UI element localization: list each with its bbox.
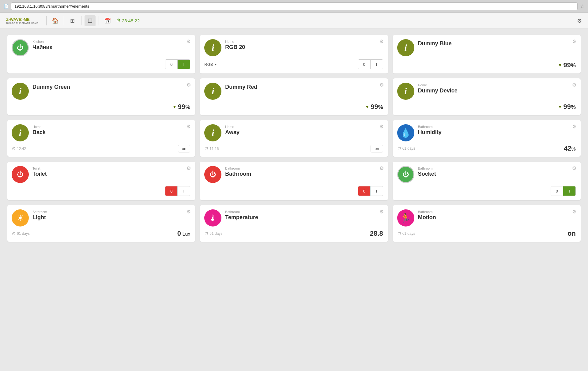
card-header-kitchen-chajnik: ⏻ Kitchen Чайник xyxy=(12,39,190,56)
card-settings-icon-home-back[interactable]: ⚙ xyxy=(187,124,191,129)
toggle-off-toilet-toilet[interactable]: 0 xyxy=(165,186,178,196)
card-settings-icon-dummy-red[interactable]: ⚙ xyxy=(379,82,384,88)
card-name-kitchen-chajnik: Чайник xyxy=(32,44,52,51)
card-footer-dummy-green: ▼ 99% xyxy=(12,103,190,111)
card-value-dummy-red: 99% xyxy=(371,103,383,111)
clock-icon: ⏱ xyxy=(12,231,16,236)
card-header-home-away: i Home Away xyxy=(204,124,383,142)
card-settings-icon-dummy-blue[interactable]: ⚙ xyxy=(572,39,576,44)
card-settings-icon-home-dummy-device[interactable]: ⚙ xyxy=(572,82,576,88)
calendar-nav-icon[interactable]: 📅 xyxy=(102,15,113,26)
card-location-bathroom-temperature: Bathroom xyxy=(225,210,258,214)
card-header-home-back: i Home Back xyxy=(12,124,190,142)
toggle-off-bathroom-socket[interactable]: 0 xyxy=(551,186,563,196)
nav-divider-1 xyxy=(46,16,47,25)
card-header-dummy-blue: i Dummy Blue xyxy=(397,39,576,58)
toggle-group-bathroom-socket[interactable]: 0 I xyxy=(551,186,576,196)
card-info-kitchen-chajnik: Kitchen Чайник xyxy=(32,39,52,51)
card-footer-dummy-red: ▼ 99% xyxy=(204,103,383,111)
logo-sub: BUILDS THE SMART HOME xyxy=(6,22,38,24)
card-icon-bathroom-humidity: 💧 xyxy=(397,124,414,141)
card-name-bathroom-light: Light xyxy=(32,214,47,221)
toggle-group-home-rgb20[interactable]: 0 I xyxy=(358,59,383,69)
card-settings-icon-bathroom-motion[interactable]: ⚙ xyxy=(572,209,576,215)
card-name-bathroom-humidity: Humidity xyxy=(418,129,442,136)
percent-value-dummy-blue: ▼ 99% xyxy=(558,61,576,69)
page-icon: 📄 xyxy=(4,4,9,9)
cards-grid: ⚙ ⏻ Kitchen Чайник 0 I ⚙ i Home RGB 20 xyxy=(7,35,581,242)
card-timestamp-bathroom-light: ⏱ 61 days xyxy=(12,231,30,236)
nav-time: ⏱ 23:48:22 xyxy=(116,18,140,23)
card-kitchen-chajnik: ⚙ ⏻ Kitchen Чайник 0 I xyxy=(7,35,195,73)
clock-icon: ⏱ xyxy=(397,231,401,236)
card-footer-bathroom-humidity: ⏱ 61 days 42% xyxy=(397,144,576,152)
logo: Z-WAVE>ME BUILDS THE SMART HOME xyxy=(6,17,38,24)
toggle-on-home-rgb20[interactable]: I xyxy=(371,60,383,69)
toggle-on-bathroom-bathroom[interactable]: I xyxy=(371,186,383,196)
toggle-off-kitchen-chajnik[interactable]: 0 xyxy=(165,60,178,69)
rgb-select-home-rgb20[interactable]: RGB ▼ xyxy=(204,62,217,67)
card-bathroom-socket: ⚙ ⏻ Bathroom Socket 0 I xyxy=(393,162,581,200)
card-home-away: ⚙ i Home Away ⏱ 11:16 on xyxy=(200,120,388,157)
card-settings-icon-dummy-green[interactable]: ⚙ xyxy=(187,82,191,88)
card-info-bathroom-light: Bathroom Light xyxy=(32,209,47,221)
card-footer-home-away: ⏱ 11:16 on xyxy=(204,145,383,152)
down-arrow-icon: ▼ xyxy=(172,104,177,109)
toggle-off-bathroom-bathroom[interactable]: 0 xyxy=(358,186,371,196)
card-header-home-dummy-device: i Home Dummy Device xyxy=(397,83,576,100)
elements-nav-icon[interactable]: ☐ xyxy=(85,15,96,26)
card-info-bathroom-temperature: Bathroom Temperature xyxy=(225,209,258,221)
on-badge-home-away: on xyxy=(371,145,383,152)
card-settings-icon-bathroom-bathroom[interactable]: ⚙ xyxy=(379,165,384,171)
card-name-bathroom-bathroom: Bathroom xyxy=(225,171,251,177)
card-header-dummy-green: i Dummy Green xyxy=(12,83,190,100)
grid-nav-icon[interactable]: ⊞ xyxy=(67,15,78,26)
toggle-on-kitchen-chajnik[interactable]: I xyxy=(178,60,190,69)
card-settings-icon-bathroom-light[interactable]: ⚙ xyxy=(187,209,191,215)
card-location-bathroom-light: Bathroom xyxy=(32,210,47,214)
card-bathroom-humidity: ⚙ 💧 Bathroom Humidity ⏱ 61 days 42% xyxy=(393,120,581,157)
clock-icon: ⏱ xyxy=(204,231,208,236)
card-dummy-green: ⚙ i Dummy Green ▼ 99% xyxy=(7,78,195,115)
card-value-bathroom-temperature: 28.8 xyxy=(370,230,383,238)
card-footer-bathroom-bathroom: 0 I xyxy=(204,186,383,196)
browser-url-bar[interactable]: 192.168.1.16:8083/smarthome/#/elements xyxy=(11,2,578,10)
card-footer-bathroom-temperature: ⏱ 61 days 28.8 xyxy=(204,230,383,238)
toggle-group-kitchen-chajnik[interactable]: 0 I xyxy=(165,59,190,69)
card-location-home-dummy-device: Home xyxy=(418,83,458,87)
card-info-bathroom-motion: Bathroom Motion xyxy=(418,209,436,221)
card-footer-home-back: ⏱ 12:42 on xyxy=(12,145,190,152)
card-settings-icon-home-away[interactable]: ⚙ xyxy=(379,124,384,129)
toggle-group-bathroom-bathroom[interactable]: 0 I xyxy=(358,186,383,196)
card-bathroom-motion: ⚙ 🏃 Bathroom Motion ⏱ 61 days on xyxy=(393,205,581,242)
card-settings-icon-bathroom-humidity[interactable]: ⚙ xyxy=(572,124,576,129)
card-info-toilet-toilet: Toilet Toilet xyxy=(32,166,47,177)
card-settings-icon-toilet-toilet[interactable]: ⚙ xyxy=(187,165,191,171)
card-settings-icon-home-rgb20[interactable]: ⚙ xyxy=(379,39,384,44)
url-text: 192.168.1.16:8083/smarthome/#/elements xyxy=(14,4,89,9)
card-header-home-rgb20: i Home RGB 20 xyxy=(204,39,383,56)
nav-divider-3 xyxy=(81,16,81,25)
card-info-bathroom-bathroom: Bathroom Bathroom xyxy=(225,166,251,177)
toggle-off-home-rgb20[interactable]: 0 xyxy=(358,60,371,69)
percent-value-dummy-red: ▼ 99% xyxy=(365,103,383,111)
card-settings-icon-kitchen-chajnik[interactable]: ⚙ xyxy=(187,39,191,44)
card-settings-icon-bathroom-socket[interactable]: ⚙ xyxy=(572,165,576,171)
card-footer-dummy-blue: ▼ 99% xyxy=(397,61,576,69)
card-timestamp-bathroom-motion: ⏱ 61 days xyxy=(397,231,415,236)
home-nav-icon[interactable]: 🏠 xyxy=(50,15,61,26)
card-footer-bathroom-motion: ⏱ 61 days on xyxy=(397,230,576,238)
bookmark-icon[interactable]: ☆ xyxy=(580,3,584,9)
card-bathroom-bathroom: ⚙ ⏻ Bathroom Bathroom 0 I xyxy=(200,162,388,200)
card-icon-toilet-toilet: ⏻ xyxy=(12,166,29,183)
toggle-on-toilet-toilet[interactable]: I xyxy=(178,186,190,196)
card-value-home-dummy-device: 99% xyxy=(563,103,576,111)
card-footer-toilet-toilet: 0 I xyxy=(12,186,190,196)
card-value-bathroom-humidity: 42% xyxy=(564,144,576,152)
toggle-on-bathroom-socket[interactable]: I xyxy=(563,186,575,196)
top-navigation: Z-WAVE>ME BUILDS THE SMART HOME 🏠 ⊞ ☐ 📅 … xyxy=(0,13,588,29)
toggle-group-toilet-toilet[interactable]: 0 I xyxy=(165,186,190,196)
card-settings-icon-bathroom-temperature[interactable]: ⚙ xyxy=(379,209,384,215)
settings-nav-icon[interactable]: ⚙ xyxy=(577,17,582,24)
card-info-home-away: Home Away xyxy=(225,124,239,136)
